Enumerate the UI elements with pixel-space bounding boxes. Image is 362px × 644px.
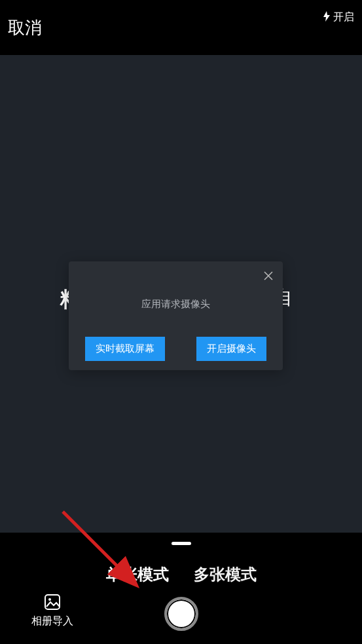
camera-header: 取消 开启	[0, 0, 362, 55]
screenshot-button[interactable]: 实时截取屏幕	[85, 337, 165, 361]
mode-tab-group: 单张模式 多张模式	[106, 564, 257, 585]
close-icon	[264, 271, 273, 280]
svg-point-1	[48, 598, 51, 601]
svg-rect-0	[45, 595, 60, 609]
cancel-button[interactable]: 取消	[8, 16, 42, 39]
dialog-title: 应用请求摄像头	[69, 298, 283, 311]
flash-label: 开启	[333, 10, 354, 24]
gallery-import-button[interactable]: 相册导入	[31, 594, 73, 628]
gallery-import-label: 相册导入	[31, 615, 73, 628]
dialog-close-button[interactable]	[262, 269, 275, 282]
camera-permission-dialog: 应用请求摄像头 实时截取屏幕 开启摄像头	[69, 261, 283, 370]
camera-viewfinder: 料 自 应用请求摄像头 实时截取屏幕 开启摄像头	[0, 55, 362, 533]
gallery-icon	[44, 594, 61, 611]
flash-toggle[interactable]: 开启	[323, 10, 354, 24]
dialog-button-row: 实时截取屏幕 开启摄像头	[69, 337, 283, 361]
drag-handle[interactable]	[172, 542, 191, 545]
tab-multi-mode[interactable]: 多张模式	[194, 564, 257, 585]
shutter-button[interactable]	[164, 597, 198, 631]
tab-single-mode[interactable]: 单张模式	[106, 564, 169, 585]
camera-bottom-bar: 单张模式 多张模式 相册导入	[0, 533, 362, 644]
flash-icon	[323, 11, 331, 24]
open-camera-button[interactable]: 开启摄像头	[196, 337, 266, 361]
